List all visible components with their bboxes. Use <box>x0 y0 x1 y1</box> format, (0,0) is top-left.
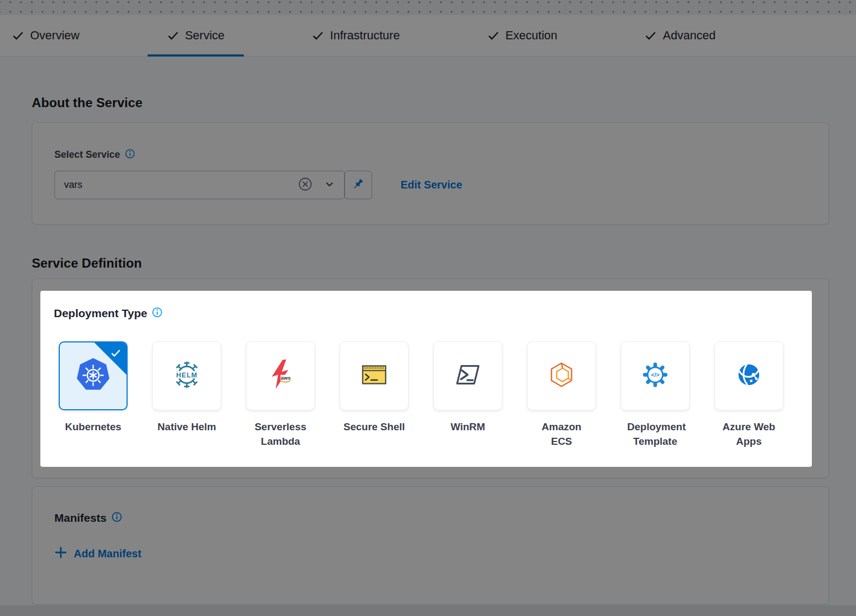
deployment-type-serverless-lambda[interactable]: aws Serverless Lambda <box>246 341 315 449</box>
tile-label: Secure Shell <box>343 419 405 434</box>
helm-icon: HELM <box>170 358 204 394</box>
chevron-down-icon[interactable] <box>324 178 335 192</box>
tab-label: Execution <box>506 29 558 43</box>
deployment-type-native-helm[interactable]: HELM Native Helm <box>152 341 221 449</box>
service-select-value: vars <box>64 179 287 191</box>
check-icon <box>167 30 179 42</box>
info-icon[interactable] <box>125 149 135 161</box>
info-icon[interactable] <box>152 307 163 320</box>
check-icon <box>487 30 500 42</box>
svg-text:</>: </> <box>651 372 659 378</box>
tab-service[interactable]: Service <box>148 15 244 56</box>
tab-label: Overview <box>30 29 80 43</box>
service-tab-content: About the Service Select Service vars <box>0 57 856 605</box>
check-icon <box>644 30 657 42</box>
add-manifest-label: Add Manifest <box>74 548 142 560</box>
service-definition-card: Deployment Type <box>32 278 829 478</box>
info-icon[interactable] <box>111 512 122 524</box>
pin-icon <box>352 178 364 192</box>
svg-text:HELM: HELM <box>176 372 198 379</box>
deployment-type-winrm[interactable]: WinRM <box>433 341 502 449</box>
tab-label: Infrastructure <box>330 29 400 43</box>
check-icon <box>12 30 24 42</box>
tab-execution[interactable]: Execution <box>468 15 577 56</box>
plus-icon <box>54 546 67 562</box>
pin-button[interactable] <box>344 171 372 199</box>
azure-web-apps-icon <box>734 360 764 392</box>
tile-label: Kubernetes <box>65 419 122 434</box>
manifests-heading: Manifests <box>54 512 107 524</box>
tile-label: Amazon ECS <box>534 419 590 449</box>
tab-label: Advanced <box>663 29 715 43</box>
deployment-type-section: Deployment Type <box>40 291 812 467</box>
pipeline-canvas-strip <box>0 0 856 15</box>
tab-advanced[interactable]: Advanced <box>625 15 735 56</box>
tile-label: Native Helm <box>158 419 216 434</box>
tab-overview[interactable]: Overview <box>12 15 99 56</box>
winrm-icon <box>452 359 483 393</box>
svg-text:aws: aws <box>281 375 291 381</box>
stage-tabs: Overview Service Infrastructure Executio… <box>0 15 856 57</box>
edit-service-link[interactable]: Edit Service <box>401 179 462 191</box>
tab-label: Service <box>185 29 224 43</box>
about-service-card: Select Service vars <box>32 122 829 225</box>
clear-icon[interactable] <box>298 177 313 194</box>
deployment-type-kubernetes[interactable]: Kubernetes <box>59 341 128 449</box>
tile-label: WinRM <box>451 419 485 434</box>
deployment-type-label: Deployment Type <box>54 307 147 320</box>
select-service-label: Select Service <box>54 149 120 160</box>
tile-label: Deployment Template <box>627 419 683 449</box>
secure-shell-icon <box>357 358 391 394</box>
deployment-type-tiles: Kubernetes <box>59 341 812 449</box>
deployment-type-deployment-template[interactable]: </> Deployment Template <box>621 341 690 449</box>
amazon-ecs-icon <box>545 359 578 393</box>
service-select-input[interactable]: vars <box>54 171 345 199</box>
panel-bottom-edge <box>0 605 856 616</box>
manifests-card: Manifests Add Manifest <box>32 486 829 605</box>
about-service-heading: About the Service <box>32 95 829 110</box>
deployment-template-icon: </> <box>639 358 672 394</box>
tile-label: Serverless Lambda <box>252 419 308 449</box>
tile-label: Azure Web Apps <box>721 419 777 449</box>
check-icon <box>312 30 324 42</box>
deployment-type-azure-web-apps[interactable]: Azure Web Apps <box>714 341 783 449</box>
deployment-type-amazon-ecs[interactable]: Amazon ECS <box>527 341 596 449</box>
service-definition-heading: Service Definition <box>32 256 829 271</box>
add-manifest-button[interactable]: Add Manifest <box>54 546 142 562</box>
tab-infrastructure[interactable]: Infrastructure <box>292 15 419 56</box>
serverless-lambda-icon: aws <box>264 358 297 394</box>
kubernetes-icon <box>75 357 111 395</box>
deployment-type-secure-shell[interactable]: Secure Shell <box>340 341 409 449</box>
